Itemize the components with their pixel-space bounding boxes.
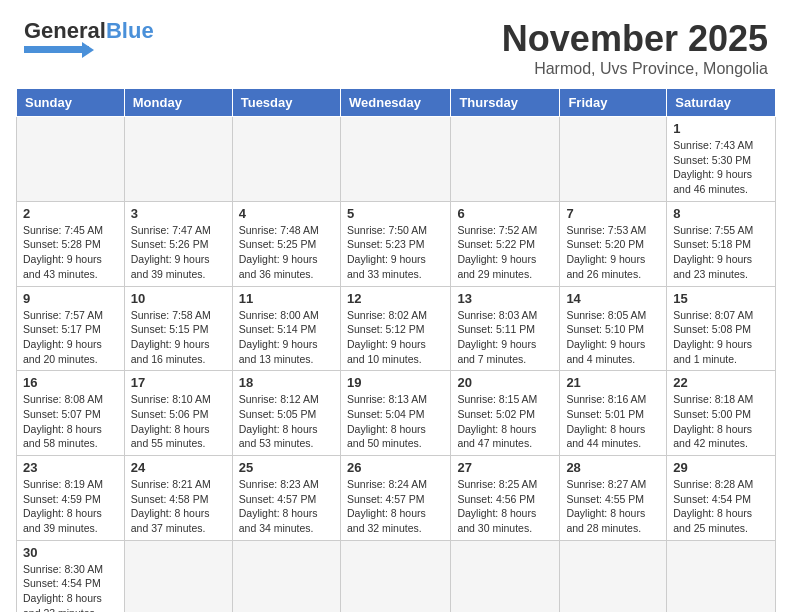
day-number: 19: [347, 375, 444, 390]
col-saturday: Saturday: [667, 89, 776, 117]
calendar-cell: 10Sunrise: 7:58 AM Sunset: 5:15 PM Dayli…: [124, 286, 232, 371]
logo-bar: [24, 46, 89, 53]
day-info: Sunrise: 8:16 AM Sunset: 5:01 PM Dayligh…: [566, 392, 660, 451]
day-number: 23: [23, 460, 118, 475]
calendar-subtitle: Harmod, Uvs Province, Mongolia: [502, 60, 768, 78]
day-number: 2: [23, 206, 118, 221]
day-number: 18: [239, 375, 334, 390]
day-info: Sunrise: 8:08 AM Sunset: 5:07 PM Dayligh…: [23, 392, 118, 451]
calendar-cell: [560, 540, 667, 612]
calendar-title: November 2025: [502, 18, 768, 60]
day-info: Sunrise: 8:12 AM Sunset: 5:05 PM Dayligh…: [239, 392, 334, 451]
day-info: Sunrise: 7:45 AM Sunset: 5:28 PM Dayligh…: [23, 223, 118, 282]
day-info: Sunrise: 7:48 AM Sunset: 5:25 PM Dayligh…: [239, 223, 334, 282]
calendar-cell: 22Sunrise: 8:18 AM Sunset: 5:00 PM Dayli…: [667, 371, 776, 456]
day-number: 25: [239, 460, 334, 475]
calendar-cell: 11Sunrise: 8:00 AM Sunset: 5:14 PM Dayli…: [232, 286, 340, 371]
calendar-cell: [232, 540, 340, 612]
day-info: Sunrise: 8:25 AM Sunset: 4:56 PM Dayligh…: [457, 477, 553, 536]
calendar-cell: [340, 117, 450, 202]
calendar-cell: 5Sunrise: 7:50 AM Sunset: 5:23 PM Daylig…: [340, 201, 450, 286]
col-thursday: Thursday: [451, 89, 560, 117]
page-container: General Blue November 2025 Harmod, Uvs P…: [0, 0, 792, 612]
day-number: 16: [23, 375, 118, 390]
day-info: Sunrise: 8:30 AM Sunset: 4:54 PM Dayligh…: [23, 562, 118, 612]
calendar-cell: 17Sunrise: 8:10 AM Sunset: 5:06 PM Dayli…: [124, 371, 232, 456]
day-info: Sunrise: 8:27 AM Sunset: 4:55 PM Dayligh…: [566, 477, 660, 536]
day-number: 7: [566, 206, 660, 221]
day-info: Sunrise: 8:05 AM Sunset: 5:10 PM Dayligh…: [566, 308, 660, 367]
day-info: Sunrise: 7:53 AM Sunset: 5:20 PM Dayligh…: [566, 223, 660, 282]
day-info: Sunrise: 8:23 AM Sunset: 4:57 PM Dayligh…: [239, 477, 334, 536]
day-number: 12: [347, 291, 444, 306]
calendar-week-5: 23Sunrise: 8:19 AM Sunset: 4:59 PM Dayli…: [17, 456, 776, 541]
calendar-cell: 8Sunrise: 7:55 AM Sunset: 5:18 PM Daylig…: [667, 201, 776, 286]
day-number: 13: [457, 291, 553, 306]
calendar-cell: 4Sunrise: 7:48 AM Sunset: 5:25 PM Daylig…: [232, 201, 340, 286]
calendar-week-1: 1Sunrise: 7:43 AM Sunset: 5:30 PM Daylig…: [17, 117, 776, 202]
calendar-cell: 1Sunrise: 7:43 AM Sunset: 5:30 PM Daylig…: [667, 117, 776, 202]
day-info: Sunrise: 8:07 AM Sunset: 5:08 PM Dayligh…: [673, 308, 769, 367]
day-number: 5: [347, 206, 444, 221]
day-number: 20: [457, 375, 553, 390]
day-number: 3: [131, 206, 226, 221]
logo-arrow: [82, 42, 94, 58]
calendar-week-3: 9Sunrise: 7:57 AM Sunset: 5:17 PM Daylig…: [17, 286, 776, 371]
day-info: Sunrise: 7:58 AM Sunset: 5:15 PM Dayligh…: [131, 308, 226, 367]
title-block: November 2025 Harmod, Uvs Province, Mong…: [502, 18, 768, 78]
day-info: Sunrise: 7:52 AM Sunset: 5:22 PM Dayligh…: [457, 223, 553, 282]
calendar-cell: 12Sunrise: 8:02 AM Sunset: 5:12 PM Dayli…: [340, 286, 450, 371]
calendar-cell: 19Sunrise: 8:13 AM Sunset: 5:04 PM Dayli…: [340, 371, 450, 456]
day-info: Sunrise: 8:18 AM Sunset: 5:00 PM Dayligh…: [673, 392, 769, 451]
calendar-cell: [17, 117, 125, 202]
calendar-cell: [560, 117, 667, 202]
day-number: 27: [457, 460, 553, 475]
calendar-cell: [451, 117, 560, 202]
calendar-header-row: Sunday Monday Tuesday Wednesday Thursday…: [17, 89, 776, 117]
day-info: Sunrise: 8:00 AM Sunset: 5:14 PM Dayligh…: [239, 308, 334, 367]
calendar-header: Sunday Monday Tuesday Wednesday Thursday…: [17, 89, 776, 117]
calendar-cell: 2Sunrise: 7:45 AM Sunset: 5:28 PM Daylig…: [17, 201, 125, 286]
calendar-week-6: 30Sunrise: 8:30 AM Sunset: 4:54 PM Dayli…: [17, 540, 776, 612]
calendar-cell: 14Sunrise: 8:05 AM Sunset: 5:10 PM Dayli…: [560, 286, 667, 371]
day-number: 28: [566, 460, 660, 475]
calendar-cell: [124, 117, 232, 202]
logo-blue-text: Blue: [106, 18, 154, 44]
calendar-cell: 18Sunrise: 8:12 AM Sunset: 5:05 PM Dayli…: [232, 371, 340, 456]
col-tuesday: Tuesday: [232, 89, 340, 117]
day-info: Sunrise: 7:47 AM Sunset: 5:26 PM Dayligh…: [131, 223, 226, 282]
calendar-cell: 28Sunrise: 8:27 AM Sunset: 4:55 PM Dayli…: [560, 456, 667, 541]
calendar-body: 1Sunrise: 7:43 AM Sunset: 5:30 PM Daylig…: [17, 117, 776, 613]
day-info: Sunrise: 7:50 AM Sunset: 5:23 PM Dayligh…: [347, 223, 444, 282]
calendar-cell: 13Sunrise: 8:03 AM Sunset: 5:11 PM Dayli…: [451, 286, 560, 371]
day-info: Sunrise: 8:24 AM Sunset: 4:57 PM Dayligh…: [347, 477, 444, 536]
calendar-cell: 27Sunrise: 8:25 AM Sunset: 4:56 PM Dayli…: [451, 456, 560, 541]
day-number: 17: [131, 375, 226, 390]
calendar-week-4: 16Sunrise: 8:08 AM Sunset: 5:07 PM Dayli…: [17, 371, 776, 456]
calendar-cell: [232, 117, 340, 202]
col-sunday: Sunday: [17, 89, 125, 117]
day-number: 9: [23, 291, 118, 306]
calendar-cell: 30Sunrise: 8:30 AM Sunset: 4:54 PM Dayli…: [17, 540, 125, 612]
day-number: 6: [457, 206, 553, 221]
day-number: 26: [347, 460, 444, 475]
day-info: Sunrise: 8:15 AM Sunset: 5:02 PM Dayligh…: [457, 392, 553, 451]
day-number: 29: [673, 460, 769, 475]
calendar-cell: 7Sunrise: 7:53 AM Sunset: 5:20 PM Daylig…: [560, 201, 667, 286]
day-number: 30: [23, 545, 118, 560]
day-info: Sunrise: 8:19 AM Sunset: 4:59 PM Dayligh…: [23, 477, 118, 536]
day-number: 11: [239, 291, 334, 306]
day-number: 24: [131, 460, 226, 475]
calendar-cell: 15Sunrise: 8:07 AM Sunset: 5:08 PM Dayli…: [667, 286, 776, 371]
day-info: Sunrise: 8:21 AM Sunset: 4:58 PM Dayligh…: [131, 477, 226, 536]
calendar-cell: 23Sunrise: 8:19 AM Sunset: 4:59 PM Dayli…: [17, 456, 125, 541]
day-info: Sunrise: 7:57 AM Sunset: 5:17 PM Dayligh…: [23, 308, 118, 367]
calendar-cell: [340, 540, 450, 612]
page-header: General Blue November 2025 Harmod, Uvs P…: [0, 0, 792, 88]
col-friday: Friday: [560, 89, 667, 117]
calendar-week-2: 2Sunrise: 7:45 AM Sunset: 5:28 PM Daylig…: [17, 201, 776, 286]
day-number: 22: [673, 375, 769, 390]
calendar-cell: 26Sunrise: 8:24 AM Sunset: 4:57 PM Dayli…: [340, 456, 450, 541]
day-number: 14: [566, 291, 660, 306]
day-number: 21: [566, 375, 660, 390]
